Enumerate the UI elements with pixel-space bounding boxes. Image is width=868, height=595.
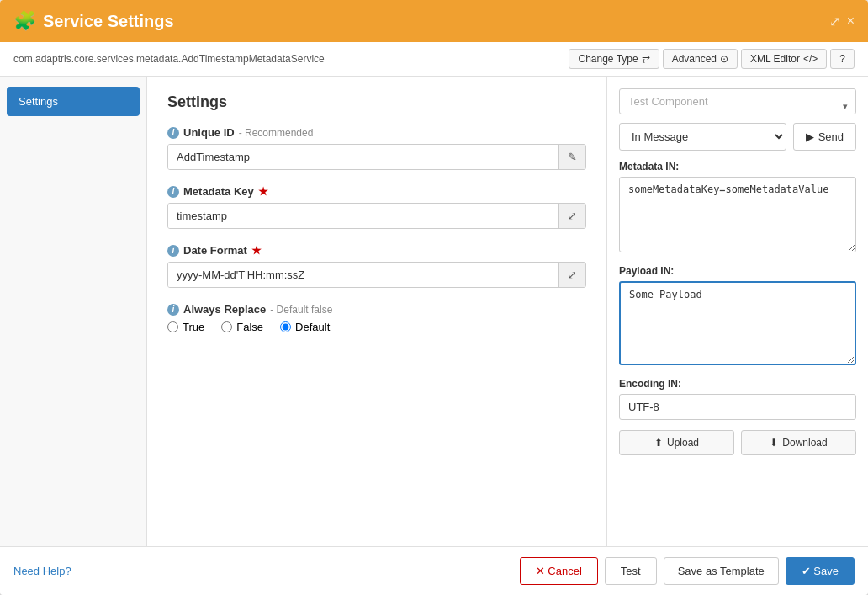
- sidebar-item-settings[interactable]: Settings: [7, 87, 140, 116]
- radio-default-label: Default: [295, 321, 330, 333]
- help-button[interactable]: ?: [830, 49, 855, 69]
- metadata-key-info-icon: i: [167, 186, 179, 198]
- breadcrumb-bar: com.adaptris.core.services.metadata.AddT…: [0, 42, 868, 77]
- metadata-key-expand-icon[interactable]: ⤢: [558, 204, 585, 228]
- puzzle-icon: 🧩: [13, 10, 36, 32]
- encoding-in-input[interactable]: [619, 394, 856, 420]
- always-replace-group: i Always Replace - Default false True Fa…: [167, 303, 586, 333]
- unique-id-input-wrapper: ✎: [167, 144, 586, 170]
- test-component-select[interactable]: Test Component: [619, 88, 856, 114]
- change-type-icon: ⇄: [642, 53, 650, 65]
- encoding-in-label: Encoding IN:: [619, 378, 856, 390]
- test-component-wrapper: Test Component: [619, 88, 856, 123]
- radio-true-label: True: [183, 321, 204, 333]
- cancel-button[interactable]: ✕ Cancel: [520, 557, 598, 585]
- breadcrumb-buttons: Change Type ⇄ Advanced ⊙ XML Editor </> …: [569, 49, 855, 69]
- upload-label: Upload: [667, 437, 699, 449]
- unique-id-suffix: - Recommended: [239, 127, 314, 139]
- unique-id-label: i Unique ID - Recommended: [167, 126, 586, 139]
- always-replace-suffix: - Default false: [270, 304, 332, 316]
- send-icon: ▶: [806, 130, 814, 143]
- date-format-group: i Date Format ★ ⤢: [167, 244, 586, 288]
- xml-editor-icon: </>: [803, 53, 818, 65]
- radio-false[interactable]: [221, 321, 232, 332]
- xml-editor-label: XML Editor: [750, 53, 800, 65]
- modal-header-controls: ⤢ ×: [829, 13, 855, 29]
- save-button[interactable]: ✔ Save: [786, 557, 855, 585]
- metadata-key-required-star: ★: [258, 185, 268, 198]
- date-format-label: i Date Format ★: [167, 244, 586, 257]
- message-select[interactable]: In Message Out Message: [619, 123, 786, 151]
- breadcrumb: com.adaptris.core.services.metadata.AddT…: [13, 53, 325, 65]
- help-icon: ?: [839, 53, 845, 65]
- metadata-key-label-text: Metadata Key: [183, 185, 254, 198]
- upload-icon: ⬆: [654, 437, 663, 449]
- always-replace-label: i Always Replace - Default false: [167, 303, 586, 316]
- upload-button[interactable]: ⬆ Upload: [619, 430, 734, 455]
- sidebar-item-label: Settings: [19, 95, 58, 108]
- footer-buttons: ✕ Cancel Test Save as Template ✔ Save: [520, 557, 855, 585]
- date-format-info-icon: i: [167, 245, 179, 257]
- date-format-label-text: Date Format: [183, 244, 247, 257]
- message-row: In Message Out Message ▶ Send: [619, 123, 856, 151]
- always-replace-info-icon: i: [167, 304, 179, 316]
- modal-header: 🧩 Service Settings ⤢ ×: [0, 0, 868, 42]
- metadata-key-label: i Metadata Key ★: [167, 185, 586, 198]
- download-button[interactable]: ⬇ Download: [741, 430, 856, 455]
- radio-true[interactable]: [167, 321, 178, 332]
- download-label: Download: [782, 437, 827, 449]
- change-type-button[interactable]: Change Type ⇄: [569, 49, 659, 69]
- date-format-input-wrapper: ⤢: [167, 262, 586, 288]
- date-format-expand-icon[interactable]: ⤢: [558, 263, 585, 287]
- metadata-in-label: Metadata IN:: [619, 161, 856, 173]
- modal-body: Settings Settings i Unique ID - Recommen…: [0, 77, 868, 546]
- unique-id-label-text: Unique ID: [183, 126, 235, 139]
- right-panel: Test Component In Message Out Message ▶ …: [607, 77, 868, 546]
- download-icon: ⬇: [770, 437, 778, 449]
- date-format-required-star: ★: [251, 244, 262, 257]
- radio-default[interactable]: [280, 321, 291, 332]
- close-button[interactable]: ×: [847, 13, 855, 29]
- resize-button[interactable]: ⤢: [829, 13, 840, 29]
- advanced-label: Advanced: [672, 53, 717, 65]
- date-format-input[interactable]: [168, 263, 558, 287]
- modal-footer: Need Help? ✕ Cancel Test Save as Templat…: [0, 546, 868, 595]
- xml-editor-button[interactable]: XML Editor </>: [741, 49, 827, 69]
- modal-title-group: 🧩 Service Settings: [13, 10, 174, 32]
- unique-id-input[interactable]: [168, 145, 558, 169]
- panel-title: Settings: [167, 93, 586, 111]
- radio-option-true[interactable]: True: [167, 321, 204, 333]
- advanced-button[interactable]: Advanced ⊙: [663, 49, 738, 69]
- unique-id-group: i Unique ID - Recommended ✎: [167, 126, 586, 170]
- advanced-icon: ⊙: [720, 53, 728, 65]
- save-as-template-button[interactable]: Save as Template: [664, 557, 779, 585]
- always-replace-radio-group: True False Default: [167, 321, 586, 333]
- metadata-key-group: i Metadata Key ★ ⤢: [167, 185, 586, 229]
- radio-false-label: False: [236, 321, 263, 333]
- service-settings-modal: 🧩 Service Settings ⤢ × com.adaptris.core…: [0, 0, 868, 595]
- always-replace-label-text: Always Replace: [183, 303, 266, 316]
- radio-option-false[interactable]: False: [221, 321, 263, 333]
- modal-title: Service Settings: [43, 12, 174, 31]
- metadata-in-textarea[interactable]: someMetadataKey=someMetadataValue: [619, 177, 856, 252]
- metadata-key-input[interactable]: [168, 204, 558, 228]
- sidebar: Settings: [0, 77, 147, 546]
- radio-option-default[interactable]: Default: [280, 321, 330, 333]
- send-button[interactable]: ▶ Send: [793, 123, 856, 151]
- center-panel: Settings i Unique ID - Recommended ✎ i M…: [147, 77, 607, 546]
- unique-id-info-icon: i: [167, 127, 179, 139]
- payload-in-textarea[interactable]: Some Payload: [619, 281, 856, 365]
- unique-id-edit-icon[interactable]: ✎: [558, 145, 585, 169]
- test-button[interactable]: Test: [605, 557, 657, 585]
- upload-download-row: ⬆ Upload ⬇ Download: [619, 430, 856, 455]
- payload-in-label: Payload IN:: [619, 265, 856, 277]
- need-help-link[interactable]: Need Help?: [13, 565, 71, 577]
- change-type-label: Change Type: [578, 53, 638, 65]
- metadata-key-input-wrapper: ⤢: [167, 203, 586, 229]
- send-label: Send: [818, 130, 844, 143]
